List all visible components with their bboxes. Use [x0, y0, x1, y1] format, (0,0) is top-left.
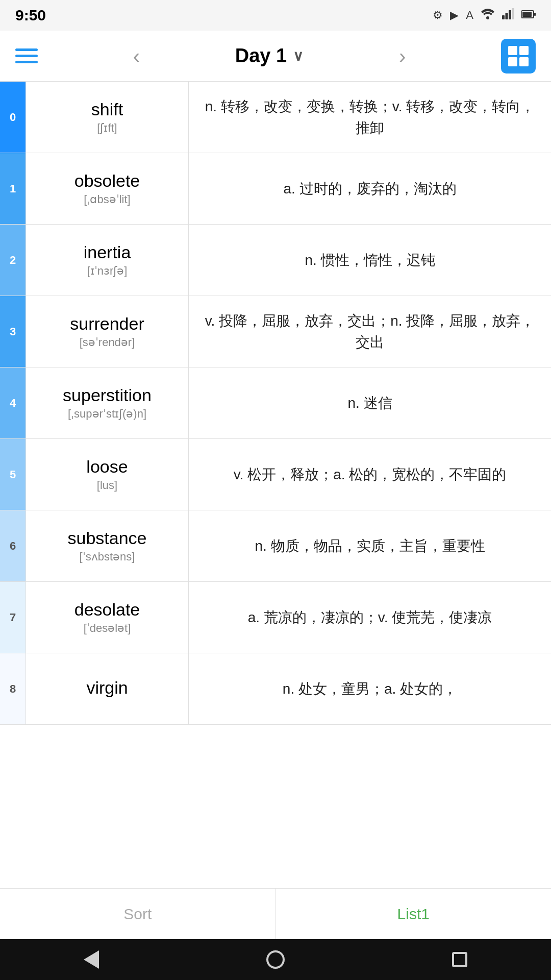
tab-list1[interactable]: List1 [276, 889, 552, 939]
recent-button[interactable] [452, 952, 467, 967]
row-index-1: 1 [0, 153, 26, 224]
word-definition-8: n. 处女，童男；a. 处女的， [189, 653, 551, 724]
nav-title: Day 1 ∨ [235, 45, 304, 67]
svg-point-0 [486, 16, 489, 19]
svg-rect-2 [506, 13, 508, 19]
word-row: 0 shift [ʃɪft] n. 转移，改变，变换，转换；v. 转移，改变，转… [0, 82, 551, 153]
nav-bar: ‹ Day 1 ∨ › [0, 31, 551, 82]
word-phonetic-2: [ɪˈnɜrʃə] [87, 264, 128, 278]
font-icon: A [466, 9, 473, 22]
word-definition-6: n. 物质，物品，实质，主旨，重要性 [189, 510, 551, 581]
menu-button[interactable] [15, 48, 38, 63]
svg-rect-9 [519, 46, 529, 55]
row-index-2: 2 [0, 225, 26, 296]
word-english-6: substance [68, 528, 147, 548]
word-row: 6 substance [ˈsʌbstəns] n. 物质，物品，实质，主旨，重… [0, 510, 551, 582]
word-cell-0: shift [ʃɪft] [26, 82, 189, 153]
word-row: 3 surrender [səˈrendər] v. 投降，屈服，放弃，交出；n… [0, 296, 551, 368]
word-english-7: desolate [74, 600, 140, 620]
play-icon: ▶ [450, 9, 459, 22]
status-bar: 9:50 ⚙ ▶ A [0, 0, 551, 31]
list1-tab-label: List1 [397, 905, 430, 923]
gear-icon: ⚙ [433, 9, 443, 22]
word-cell-4: superstition [ˌsupərˈstɪʃ(ə)n] [26, 368, 189, 438]
nav-next: › [399, 46, 406, 66]
word-english-8: virgin [86, 678, 128, 698]
word-cell-8: virgin [26, 653, 189, 724]
svg-rect-11 [519, 57, 529, 66]
day-title-text: Day 1 [235, 45, 287, 67]
word-list: 0 shift [ʃɪft] n. 转移，改变，变换，转换；v. 转移，改变，转… [0, 82, 551, 888]
word-row: 8 virgin n. 处女，童男；a. 处女的， [0, 653, 551, 725]
svg-rect-3 [509, 10, 511, 19]
word-row: 7 desolate [ˈdesələt] a. 荒凉的，凄凉的；v. 使荒芜，… [0, 582, 551, 653]
word-cell-6: substance [ˈsʌbstəns] [26, 510, 189, 581]
word-cell-3: surrender [səˈrendər] [26, 296, 189, 367]
word-english-0: shift [91, 100, 123, 119]
word-english-1: obsolete [74, 171, 140, 191]
row-index-3: 3 [0, 296, 26, 367]
row-index-5: 5 [0, 439, 26, 510]
word-english-2: inertia [84, 242, 131, 262]
svg-rect-7 [534, 13, 536, 16]
word-definition-1: a. 过时的，废弃的，淘汰的 [189, 153, 551, 224]
word-phonetic-1: [ˌɑbsəˈlit] [84, 193, 130, 206]
battery-icon [521, 9, 536, 22]
next-button[interactable]: › [399, 46, 406, 66]
row-index-8: 8 [0, 653, 26, 724]
word-english-4: superstition [63, 385, 152, 405]
status-time: 9:50 [15, 7, 46, 24]
nav-arrows: ‹ [133, 46, 140, 66]
word-row: 5 loose [lus] v. 松开，释放；a. 松的，宽松的，不牢固的 [0, 439, 551, 510]
status-icons: ⚙ ▶ A [433, 8, 536, 22]
word-phonetic-6: [ˈsʌbstəns] [80, 550, 135, 564]
word-definition-4: n. 迷信 [189, 368, 551, 438]
word-row: 4 superstition [ˌsupərˈstɪʃ(ə)n] n. 迷信 [0, 368, 551, 439]
word-row: 1 obsolete [ˌɑbsəˈlit] a. 过时的，废弃的，淘汰的 [0, 153, 551, 225]
sort-tab-label: Sort [123, 905, 152, 923]
word-phonetic-0: [ʃɪft] [97, 121, 117, 135]
word-definition-2: n. 惯性，惰性，迟钝 [189, 225, 551, 296]
word-definition-3: v. 投降，屈服，放弃，交出；n. 投降，屈服，放弃，交出 [189, 296, 551, 367]
word-row: 2 inertia [ɪˈnɜrʃə] n. 惯性，惰性，迟钝 [0, 225, 551, 296]
svg-rect-1 [502, 15, 505, 19]
word-cell-1: obsolete [ˌɑbsəˈlit] [26, 153, 189, 224]
wifi-icon [481, 8, 495, 22]
word-cell-7: desolate [ˈdesələt] [26, 582, 189, 653]
tab-sort[interactable]: Sort [0, 889, 276, 939]
row-index-4: 4 [0, 368, 26, 438]
word-phonetic-3: [səˈrendər] [80, 336, 135, 349]
back-button[interactable] [84, 950, 99, 969]
home-button[interactable] [266, 950, 285, 969]
signal-icon [502, 8, 514, 22]
word-cell-2: inertia [ɪˈnɜrʃə] [26, 225, 189, 296]
word-definition-0: n. 转移，改变，变换，转换；v. 转移，改变，转向，推卸 [189, 82, 551, 153]
word-cell-5: loose [lus] [26, 439, 189, 510]
word-definition-5: v. 松开，释放；a. 松的，宽松的，不牢固的 [189, 439, 551, 510]
prev-button[interactable]: ‹ [133, 46, 140, 66]
svg-rect-6 [522, 12, 532, 17]
word-definition-7: a. 荒凉的，凄凉的；v. 使荒芜，使凄凉 [189, 582, 551, 653]
row-index-7: 7 [0, 582, 26, 653]
word-phonetic-4: [ˌsupərˈstɪʃ(ə)n] [68, 407, 146, 421]
svg-rect-10 [508, 57, 517, 66]
word-phonetic-5: [lus] [97, 479, 117, 492]
word-phonetic-7: [ˈdesələt] [84, 622, 131, 635]
bottom-tabs: Sort List1 [0, 888, 551, 939]
chevron-down-icon[interactable]: ∨ [293, 47, 304, 64]
word-english-3: surrender [70, 314, 144, 334]
word-english-5: loose [86, 457, 128, 477]
row-index-6: 6 [0, 510, 26, 581]
row-index-0: 0 [0, 82, 26, 153]
svg-rect-4 [512, 8, 515, 19]
svg-rect-8 [508, 46, 517, 55]
grid-view-button[interactable] [501, 39, 536, 74]
android-nav-bar [0, 939, 551, 980]
